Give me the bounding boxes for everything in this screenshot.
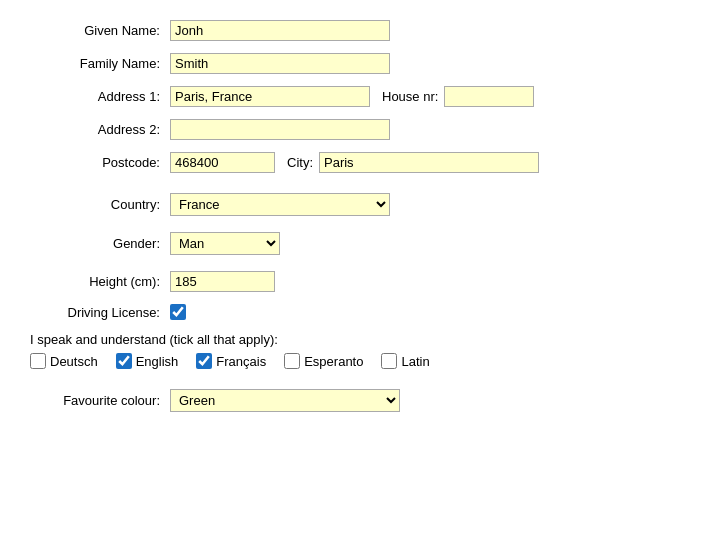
housenr-label: House nr: — [382, 89, 438, 104]
given-name-input[interactable] — [170, 20, 390, 41]
colour-row: Favourite colour: Green Red Blue Yellow … — [30, 389, 681, 412]
lang-checkbox-francais[interactable] — [196, 353, 212, 369]
address2-label: Address 2: — [30, 122, 170, 137]
lang-label-latin: Latin — [401, 354, 429, 369]
languages-row: Deutsch English Français Esperanto Latin — [30, 353, 681, 369]
languages-section: I speak and understand (tick all that ap… — [30, 332, 681, 369]
gender-select[interactable]: Man Woman Other — [170, 232, 280, 255]
lang-checkbox-english[interactable] — [116, 353, 132, 369]
country-select[interactable]: France Germany UK Spain Italy USA — [170, 193, 390, 216]
colour-label: Favourite colour: — [30, 393, 170, 408]
housenr-input[interactable] — [444, 86, 534, 107]
family-name-label: Family Name: — [30, 56, 170, 71]
postcode-label: Postcode: — [30, 155, 170, 170]
address2-input[interactable] — [170, 119, 390, 140]
lang-label-francais: Français — [216, 354, 266, 369]
gender-row: Gender: Man Woman Other — [30, 232, 681, 255]
address1-input[interactable] — [170, 86, 370, 107]
postcode-row: Postcode: City: — [30, 152, 681, 173]
address1-row: Address 1: House nr: — [30, 86, 681, 107]
lang-item-deutsch: Deutsch — [30, 353, 98, 369]
country-row: Country: France Germany UK Spain Italy U… — [30, 193, 681, 216]
lang-checkbox-esperanto[interactable] — [284, 353, 300, 369]
address1-label: Address 1: — [30, 89, 170, 104]
lang-label-esperanto: Esperanto — [304, 354, 363, 369]
country-label: Country: — [30, 197, 170, 212]
postcode-input[interactable] — [170, 152, 275, 173]
lang-item-esperanto: Esperanto — [284, 353, 363, 369]
colour-select[interactable]: Green Red Blue Yellow Orange Purple Blac… — [170, 389, 400, 412]
lang-label-english: English — [136, 354, 179, 369]
given-name-label: Given Name: — [30, 23, 170, 38]
family-name-row: Family Name: — [30, 53, 681, 74]
lang-label-deutsch: Deutsch — [50, 354, 98, 369]
driving-label: Driving License: — [30, 305, 170, 320]
lang-item-english: English — [116, 353, 179, 369]
given-name-row: Given Name: — [30, 20, 681, 41]
languages-title: I speak and understand (tick all that ap… — [30, 332, 681, 347]
lang-checkbox-latin[interactable] — [381, 353, 397, 369]
lang-item-francais: Français — [196, 353, 266, 369]
driving-checkbox[interactable] — [170, 304, 186, 320]
city-input[interactable] — [319, 152, 539, 173]
driving-row: Driving License: — [30, 304, 681, 320]
lang-item-latin: Latin — [381, 353, 429, 369]
address2-row: Address 2: — [30, 119, 681, 140]
height-input[interactable] — [170, 271, 275, 292]
lang-checkbox-deutsch[interactable] — [30, 353, 46, 369]
city-label: City: — [287, 155, 313, 170]
gender-label: Gender: — [30, 236, 170, 251]
family-name-input[interactable] — [170, 53, 390, 74]
height-row: Height (cm): — [30, 271, 681, 292]
height-label: Height (cm): — [30, 274, 170, 289]
